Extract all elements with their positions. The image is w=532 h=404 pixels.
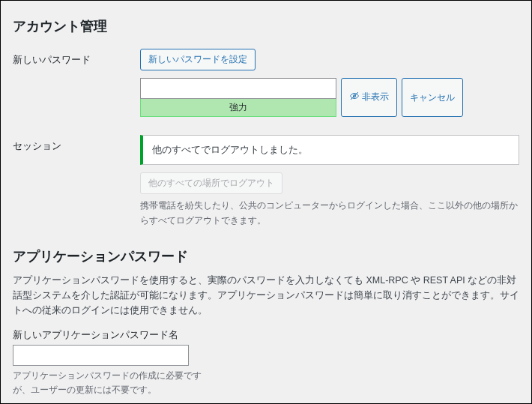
cancel-password-button[interactable]: キャンセル (402, 78, 463, 117)
application-passwords-heading: アプリケーションパスワード (13, 247, 519, 265)
eye-off-icon (349, 91, 360, 105)
application-passwords-description: アプリケーションパスワードを使用すると、実際のパスワードを入力しなくても XML… (13, 273, 519, 318)
app-password-name-description: アプリケーションパスワードの作成に必要ですが、ユーザーの更新には不要です。 (13, 369, 208, 397)
hide-password-label: 非表示 (362, 91, 389, 102)
new-password-label: 新しいパスワード (13, 49, 140, 67)
logout-everywhere-button: 他のすべての場所でログアウト (140, 172, 282, 194)
session-description: 携帯電話を紛失したり、公共のコンピューターからログインした場合、ここ以外の他の場… (140, 199, 519, 227)
password-strength-meter: 強力 (140, 98, 336, 117)
new-password-input[interactable] (140, 78, 336, 99)
session-label: セッション (13, 135, 140, 153)
set-new-password-button[interactable]: 新しいパスワードを設定 (140, 49, 256, 70)
app-password-name-label: 新しいアプリケーションパスワード名 (13, 328, 519, 342)
account-management-heading: アカウント管理 (13, 17, 519, 35)
session-logout-notice: 他のすべてでログアウトしました。 (140, 135, 519, 165)
app-password-name-input[interactable] (13, 345, 189, 366)
session-row: セッション 他のすべてでログアウトしました。 他のすべての場所でログアウト 携帯… (13, 135, 519, 228)
new-password-row: 新しいパスワード 新しいパスワードを設定 強力 (13, 49, 519, 117)
hide-password-button[interactable]: 非表示 (341, 78, 397, 117)
